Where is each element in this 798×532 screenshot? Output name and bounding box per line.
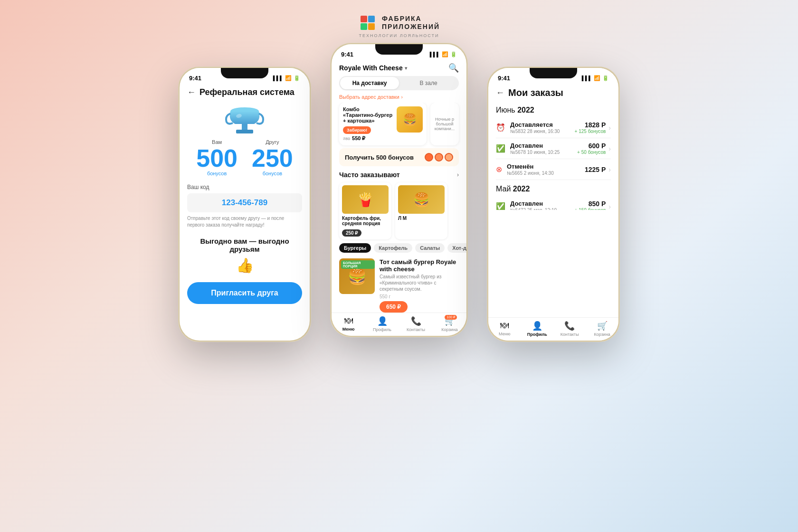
menu-item-2[interactable]: 🍔 Л М <box>395 182 447 239</box>
address-bar[interactable]: Выбрать адрес доставки › <box>332 93 466 103</box>
svg-rect-5 <box>242 124 247 130</box>
bonus-banner[interactable]: Получить 500 бонусов <box>339 148 459 166</box>
order-5832-right: 1828 Р + 125 бонусов <box>575 121 606 134</box>
month-may-header: Май 2022 <box>496 185 611 193</box>
phone2-inner: 9:41 ▌▌▌ 📶 🔋 Royale With Cheese ▾ 🔍 <box>332 44 466 336</box>
battery-icon: 🔋 <box>294 75 300 81</box>
contacts-nav-icon: 📞 <box>411 316 421 326</box>
order-5472-amount: 850 Р <box>575 200 606 208</box>
battery-icon: 🔋 <box>450 51 457 57</box>
order-5678-chevron: › <box>608 145 611 152</box>
spacer <box>488 210 618 318</box>
bonus-text: Получить 500 бонусов <box>345 154 414 161</box>
delivery-tab[interactable]: На доставку <box>340 77 399 89</box>
cat-burgers[interactable]: Бургеры <box>339 243 371 253</box>
referral-title: Реферальная система <box>200 87 294 97</box>
product-1[interactable]: 🍔 БОЛЬШАЯ ПОРЦИЯ Тот самый бургер Royale… <box>332 255 466 313</box>
your-bonus-unit: бонусов <box>207 171 227 176</box>
phone3-header: ← Мои заказы <box>488 84 618 102</box>
orders-nav-menu[interactable]: 🍽 Меню <box>488 321 521 337</box>
order-5472-right: 850 Р + 150 бонусов <box>575 200 606 210</box>
order-5665-details: №5665 2 июня, 14:30 <box>507 171 585 176</box>
order-5678[interactable]: ✅ Доставлен №5678 10 июня, 10:25 600 Р +… <box>496 138 611 159</box>
cat-salads[interactable]: Салаты <box>415 243 445 253</box>
nav-contacts[interactable]: 📞 Контакты <box>399 316 433 332</box>
promo-card-2[interactable]: Ночные р большой компани... <box>430 103 459 145</box>
orders-cart-label: Корзина <box>594 332 610 337</box>
order-5678-bonus: + 50 бонусов <box>577 150 606 155</box>
order-5832-amount: 1828 Р <box>575 121 606 129</box>
menu-item-1[interactable]: 🍟 Картофель фри, средняя порция 250 ₽ <box>339 182 391 239</box>
svg-rect-0 <box>361 16 367 22</box>
promo-card-1[interactable]: Комбо «Тарантино-бургер + картошка» Заби… <box>339 103 427 145</box>
svg-rect-6 <box>236 130 253 133</box>
nav-profile[interactable]: 👤 Профиль <box>365 316 399 332</box>
nav-menu[interactable]: 🍽 Меню <box>332 316 365 332</box>
menu-item-1-image: 🍟 <box>342 185 389 214</box>
order-5678-status: Доставлен <box>510 142 577 149</box>
phone3-notch <box>530 68 577 78</box>
coin-1 <box>425 153 433 162</box>
order-5665-chevron: › <box>608 166 611 173</box>
phone3-inner: 9:41 ▌▌▌ 📶 🔋 ← Мои заказы Июнь <box>488 68 618 341</box>
search-button[interactable]: 🔍 <box>448 63 459 73</box>
signal-icon: ▌▌▌ <box>273 76 283 81</box>
orders-nav-profile[interactable]: 👤 Профиль <box>521 321 554 337</box>
cat-hotdog[interactable]: Хот-до <box>447 243 466 253</box>
restaurant-name[interactable]: Royale With Cheese ▾ <box>339 64 407 72</box>
wifi-icon: 📶 <box>285 75 292 81</box>
back-button[interactable]: ← <box>187 87 196 97</box>
nav-cart[interactable]: 🛒 100 ₽ Корзина <box>433 316 466 332</box>
cancelled-icon: ⊗ <box>496 165 502 174</box>
phone1-time: 9:41 <box>189 75 201 82</box>
promo-cards: Комбо «Тарантино-бургер + картошка» Заби… <box>332 103 466 148</box>
orders-contacts-icon: 📞 <box>564 321 575 331</box>
product-list: 🍔 БОЛЬШАЯ ПОРЦИЯ Тот самый бургер Royale… <box>332 255 466 313</box>
product-1-weight: 550 г <box>380 294 459 299</box>
phone3-bottom-nav: 🍽 Меню 👤 Профиль 📞 Контакты 🛒 Корзина <box>488 317 618 341</box>
battery-icon: 🔋 <box>602 75 609 81</box>
order-5832[interactable]: ⏰ Доставляется №5832 28 июня, 16:30 1828… <box>496 117 611 138</box>
code-section: Ваш код 123-456-789 Отправьте этот код с… <box>180 180 310 232</box>
month-june-label: Июнь <box>496 106 515 114</box>
referral-visual: Вам 500 бонусов Другу 250 бонусов <box>180 99 310 180</box>
freq-title: Часто заказывают <box>339 171 400 179</box>
promo1-new-price: 550 ₽ <box>352 135 365 142</box>
page-header: ФАБРИКА ПРИЛОЖЕНИЙ ТЕХНОЛОГИИ ЛОЯЛЬНОСТИ <box>358 13 440 38</box>
order-5665-info: Отменён №5665 2 июня, 14:30 <box>507 163 585 176</box>
orders-back-button[interactable]: ← <box>496 88 504 98</box>
delivered-icon-2: ✅ <box>496 202 505 210</box>
product-1-name: Тот самый бургер Royale with cheese <box>380 258 459 273</box>
promo1-btn[interactable]: Забираю! <box>343 126 371 134</box>
order-5832-info: Доставляется №5832 28 июня, 16:30 <box>510 121 575 134</box>
phones-container: 9:41 ▌▌▌ 📶 🔋 ← Реферальная система <box>178 52 620 347</box>
product-1-add-button[interactable]: 650 ₽ <box>380 301 408 313</box>
coin-3 <box>445 153 453 162</box>
orders-nav-contacts[interactable]: 📞 Контакты <box>553 321 586 337</box>
freq-arrow-icon[interactable]: › <box>457 171 459 178</box>
signal-icon: ▌▌▌ <box>430 52 440 57</box>
order-5665[interactable]: ⊗ Отменён №5665 2 июня, 14:30 1225 Р › <box>496 159 611 180</box>
menu-item-2-image: 🍔 <box>398 185 445 214</box>
code-box: 123-456-789 <box>187 193 302 212</box>
phone3-content: ← Мои заказы Июнь 2022 ⏰ Доставляется <box>488 84 618 341</box>
phone3-time: 9:41 <box>498 75 510 82</box>
promo2-name: Ночные р большой компани... <box>430 115 459 133</box>
delivering-icon: ⏰ <box>496 123 505 132</box>
orders-nav-cart[interactable]: 🛒 Корзина <box>586 321 619 337</box>
order-5472-info: Доставлен №5472 25 мая, 12:10 <box>510 200 575 210</box>
category-tabs: Бургеры Картофель Салаты Хот-до <box>332 241 466 255</box>
promo-text: Выгодно вам — выгодно друзьям <box>187 237 302 253</box>
hall-tab[interactable]: В зале <box>399 77 458 89</box>
order-5472[interactable]: ✅ Доставлен №5472 25 мая, 12:10 850 Р + … <box>496 196 611 210</box>
order-5472-status: Доставлен <box>510 200 575 207</box>
your-bonus-col: Вам 500 бонусов <box>196 139 238 176</box>
menu-nav-icon: 🍽 <box>344 316 353 326</box>
cat-potato[interactable]: Картофель <box>374 243 412 253</box>
chevron-down-icon: ▾ <box>405 66 407 71</box>
restaurant-label: Royale With Cheese <box>339 64 403 72</box>
trophy-icon <box>221 104 268 137</box>
invite-button[interactable]: Пригласить друга <box>187 282 302 304</box>
order-5665-right: 1225 Р <box>585 166 606 173</box>
menu-item-1-price: 250 ₽ <box>342 229 361 237</box>
